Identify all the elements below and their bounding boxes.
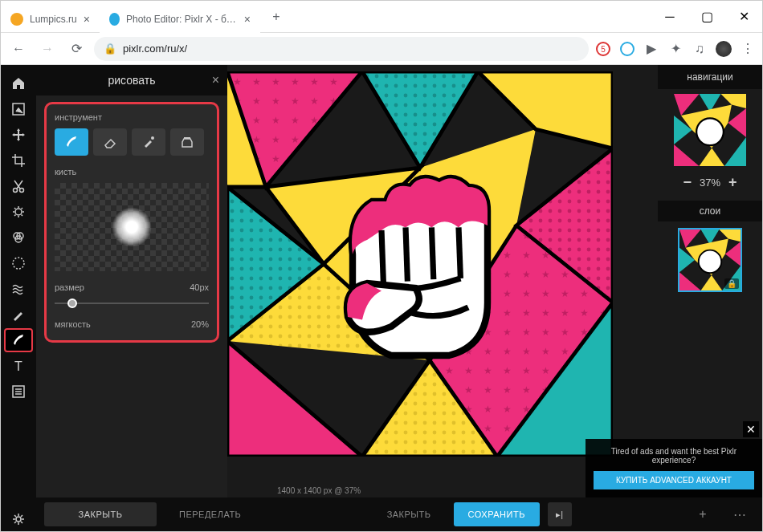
redo-button[interactable]: ПЕРЕДЕЛАТЬ — [165, 502, 255, 526]
image-tool[interactable] — [4, 97, 33, 121]
back-button[interactable]: ← — [7, 38, 30, 60]
svg-point-55 — [699, 250, 722, 274]
settings-tool[interactable] — [4, 507, 33, 531]
svg-marker-51 — [701, 275, 723, 290]
favicon — [109, 13, 120, 26]
url-text: pixlr.com/ru/x/ — [123, 43, 187, 55]
svg-marker-52 — [679, 272, 701, 290]
svg-point-45 — [696, 118, 724, 145]
close-button[interactable]: ЗАКРЫТЬ — [44, 502, 157, 526]
svg-point-14 — [151, 136, 154, 140]
browser-menu-icon[interactable]: ⋮ — [740, 41, 756, 57]
expand-button[interactable]: ▸| — [548, 502, 572, 526]
main-toolbar: T — [1, 65, 36, 531]
tab-title: Lumpics.ru — [30, 14, 77, 25]
ad-close-button[interactable]: ✕ — [743, 421, 759, 437]
browser-tab[interactable]: Lumpics.ru × — [1, 6, 100, 33]
svg-marker-24 — [362, 71, 478, 168]
browser-tab-active[interactable]: Photo Editor: Pixlr X - бесплатн × — [100, 6, 260, 33]
tool-section-label: инструмент — [55, 112, 209, 122]
lock-icon: 🔒 — [104, 43, 116, 55]
forward-button[interactable]: → — [36, 38, 59, 60]
tool-options-highlight: инструмент кисть размер 40px — [44, 102, 219, 343]
draw-panel: рисовать × инструмент кисть размер 40px — [36, 65, 227, 531]
svg-marker-48 — [719, 229, 741, 242]
move-tool[interactable] — [4, 123, 33, 147]
extensions-menu-icon[interactable]: ✦ — [667, 41, 683, 57]
navigator-header: навигации — [658, 65, 762, 89]
extension-icon[interactable]: ▶ — [643, 41, 659, 57]
svg-text:T: T — [14, 359, 22, 373]
softness-value: 20% — [191, 319, 209, 329]
brush-preview[interactable] — [55, 183, 209, 271]
navigator-thumbnail[interactable] — [658, 89, 762, 171]
save-button[interactable]: СОХРАНИТЬ — [454, 502, 540, 526]
layer-options-button[interactable]: ⋯ — [725, 502, 754, 526]
liquify-tool[interactable] — [4, 277, 33, 301]
canvas-dimensions: 1400 x 1400 px @ 37% — [277, 486, 361, 495]
layer-thumbnail[interactable]: 🔒 — [678, 228, 742, 292]
cut-tool[interactable] — [4, 174, 33, 198]
close-button-2[interactable]: ЗАКРЫТЬ — [373, 502, 446, 526]
brush-preview-dot — [112, 207, 152, 247]
size-value: 40px — [190, 282, 209, 292]
canvas-image[interactable]: ★ — [227, 71, 613, 457]
brush-subtool[interactable] — [55, 128, 88, 156]
draw-tool[interactable] — [4, 328, 33, 352]
svg-point-13 — [16, 517, 21, 522]
svg-point-5 — [20, 189, 24, 193]
music-extension-icon[interactable]: ♫ — [692, 41, 708, 57]
minimize-button[interactable]: ─ — [651, 1, 688, 33]
bottom-bar: ЗАКРЫТЬ ПЕРЕДЕЛАТЬ 1400 x 1400 px @ 37% … — [36, 497, 762, 531]
svg-point-6 — [15, 209, 22, 215]
svg-text:5: 5 — [601, 45, 606, 54]
browser-titlebar: Lumpics.ru × Photo Editor: Pixlr X - бес… — [1, 1, 762, 33]
panel-header: рисовать × — [36, 65, 227, 95]
effect-tool[interactable] — [4, 251, 33, 275]
tab-title: Photo Editor: Pixlr X - бесплатн — [126, 14, 238, 25]
layer-lock-icon[interactable]: 🔒 — [724, 278, 739, 289]
retouch-tool[interactable] — [4, 303, 33, 327]
pixlr-editor: T рисовать × инструмент кисть — [1, 65, 762, 531]
tab-close-icon[interactable]: × — [84, 13, 90, 26]
size-slider[interactable] — [55, 295, 209, 311]
reload-button[interactable]: ⟳ — [65, 38, 88, 60]
filter-tool[interactable] — [4, 225, 33, 250]
extension-icon[interactable] — [619, 41, 635, 57]
tab-close-icon[interactable]: × — [244, 13, 251, 26]
favicon — [10, 13, 23, 26]
svg-point-4 — [14, 189, 18, 193]
profile-avatar[interactable] — [716, 41, 732, 57]
element-tool[interactable] — [4, 380, 33, 404]
new-tab-button[interactable]: + — [265, 6, 288, 28]
ad-text: Tired of ads and want the best Pixlr exp… — [594, 447, 754, 465]
svg-marker-38 — [721, 94, 747, 108]
maximize-button[interactable]: ▢ — [688, 1, 725, 33]
svg-point-10 — [13, 258, 24, 269]
svg-marker-41 — [700, 148, 725, 167]
layers-header: слои — [658, 201, 762, 221]
svg-marker-25 — [478, 71, 613, 148]
svg-point-2 — [621, 43, 634, 55]
panel-title: рисовать — [108, 74, 155, 87]
add-layer-button[interactable]: + — [688, 502, 717, 526]
zoom-out-button[interactable]: − — [683, 174, 692, 191]
ad-popup: ✕ Tired of ads and want the best Pixlr e… — [586, 439, 762, 497]
url-field[interactable]: 🔒 pixlr.com/ru/x/ — [94, 37, 589, 61]
home-tool[interactable] — [4, 71, 33, 95]
eraser-subtool[interactable] — [93, 128, 127, 156]
eyedropper-subtool[interactable] — [132, 128, 165, 156]
adjust-tool[interactable] — [4, 200, 33, 224]
ad-cta-button[interactable]: КУПИТЬ ADVANCED АККАУНТ — [594, 471, 754, 489]
close-window-button[interactable]: ✕ — [725, 1, 762, 33]
svg-marker-36 — [674, 94, 700, 116]
fill-subtool[interactable] — [170, 128, 204, 156]
crop-tool[interactable] — [4, 148, 33, 173]
zoom-in-button[interactable]: + — [728, 174, 737, 191]
zoom-value: 37% — [700, 177, 720, 189]
brush-section-label: кисть — [55, 167, 209, 177]
extension-icon[interactable]: 5 — [595, 41, 611, 57]
panel-close-icon[interactable]: × — [212, 73, 219, 87]
browser-addressbar: ← → ⟳ 🔒 pixlr.com/ru/x/ 5 ▶ ✦ ♫ ⋮ — [1, 33, 762, 65]
text-tool[interactable]: T — [4, 354, 33, 378]
